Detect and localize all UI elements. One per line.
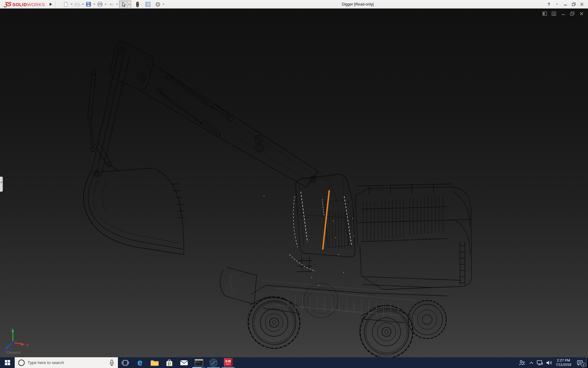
windows-taskbar: e: [0, 357, 588, 368]
command-prompt-button[interactable]: C:\_: [191, 357, 206, 368]
toolbar-separator: [55, 1, 55, 7]
undo-arrow-icon: [108, 2, 114, 7]
new-document-dropdown-caret-icon[interactable]: [70, 1, 73, 8]
taskbar-search: [15, 357, 118, 368]
show-hidden-icons-button[interactable]: [527, 357, 535, 368]
panel-list-button[interactable]: [551, 11, 557, 16]
action-center-button[interactable]: 2: [573, 357, 586, 368]
properties-list-icon: [145, 2, 151, 7]
edge-sparkles: [264, 196, 354, 286]
volume-button[interactable]: [545, 357, 554, 368]
triad-x-label: X: [26, 343, 28, 347]
select-tool-dropdown-caret-icon[interactable]: [127, 1, 131, 8]
file-explorer-icon: [150, 359, 159, 366]
traffic-light-icon: [136, 2, 139, 7]
store-icon: [165, 359, 173, 367]
view-orientation-label: *Dimetric: [5, 351, 21, 355]
hexagon-app-icon: [209, 358, 218, 367]
help-button[interactable]: ?: [546, 1, 552, 8]
save-button[interactable]: [85, 1, 92, 8]
quick-access-toolbar: [62, 0, 165, 9]
solidworks-2017-icon: SW 2017: [224, 358, 233, 367]
document-close-button[interactable]: [579, 11, 584, 16]
show-desktop-button[interactable]: [586, 357, 588, 368]
select-tool-split-button: [119, 1, 131, 8]
system-tray: 2:27 PM 7/11/2018 2: [516, 357, 588, 368]
file-explorer-button[interactable]: [147, 357, 162, 368]
notification-badge: 2: [581, 362, 586, 367]
task-view-button[interactable]: [118, 357, 133, 368]
graphics-area[interactable]: Y X Z *Dimetric: [0, 9, 588, 357]
save-dropdown-caret-icon[interactable]: [92, 1, 96, 8]
people-button[interactable]: [516, 357, 527, 368]
cortana-icon: [18, 359, 25, 366]
undercarriage-ghost-lines: [230, 272, 417, 318]
open-dropdown-caret-icon[interactable]: [81, 1, 85, 8]
solidworks-2017-button[interactable]: SW 2017: [221, 357, 236, 368]
excavator-wireframe-model: [0, 9, 588, 357]
volume-icon: [546, 360, 552, 366]
print-icon: [97, 2, 103, 7]
search-input[interactable]: [28, 360, 107, 365]
clock-time: 2:27 PM: [557, 358, 570, 363]
windows-logo-icon: [5, 360, 10, 365]
print-button[interactable]: [96, 1, 104, 8]
document-minimize-icon: [561, 11, 565, 16]
triad-z-label: Z: [3, 350, 5, 353]
triad-y-label: Y: [10, 328, 13, 331]
solidworks-window: ƷS SOLID WORKS: [0, 0, 588, 368]
hexagon-app-button[interactable]: [206, 357, 221, 368]
network-button[interactable]: [535, 357, 545, 368]
people-icon: [518, 360, 525, 366]
window-controls: ?: [546, 0, 585, 9]
network-icon: [537, 360, 543, 366]
undo-button[interactable]: [107, 1, 115, 8]
new-document-button[interactable]: [62, 1, 70, 8]
options-button[interactable]: [154, 1, 162, 8]
start-button[interactable]: [0, 357, 15, 368]
mail-icon: [180, 359, 188, 366]
help-icon: ?: [548, 2, 550, 7]
open-button[interactable]: [73, 1, 81, 8]
microsoft-edge-button[interactable]: e: [133, 357, 147, 368]
restore-icon: [572, 2, 576, 6]
document-restore-icon: [570, 11, 575, 16]
traffic-light-button[interactable]: [134, 1, 141, 8]
mail-button[interactable]: [177, 357, 191, 368]
document-minimize-button[interactable]: [560, 11, 566, 16]
select-cursor-icon: [121, 2, 126, 7]
panel-left-icon: [542, 11, 547, 16]
microphone-icon[interactable]: [109, 359, 115, 366]
selected-edge[interactable]: [323, 191, 329, 249]
chevron-up-icon: [529, 361, 533, 364]
command-prompt-icon: C:\_: [195, 359, 203, 366]
new-document-icon: [63, 2, 69, 7]
feature-manager-collapsed-tab[interactable]: [0, 177, 3, 192]
clock-date: 7/11/2018: [556, 363, 571, 367]
print-dropdown-caret-icon[interactable]: [104, 1, 107, 8]
properties-list-button[interactable]: [144, 1, 152, 8]
gear-icon: [155, 2, 161, 7]
taskbar-clock[interactable]: 2:27 PM 7/11/2018: [554, 357, 573, 368]
options-dropdown-caret-icon[interactable]: [162, 1, 165, 8]
document-restore-button[interactable]: [570, 11, 575, 16]
document-title: Digger [Read-only]: [342, 2, 374, 6]
panel-left-button[interactable]: [542, 11, 548, 16]
task-view-icon: [121, 360, 129, 366]
minimize-icon: [564, 2, 567, 6]
orientation-triad: Y X Z: [2, 327, 36, 354]
open-folder-icon: [74, 2, 80, 7]
document-window-controls: [542, 11, 584, 16]
title-bar: ƷS SOLID WORKS: [0, 0, 588, 9]
minimize-button[interactable]: [562, 1, 568, 8]
help-dropdown-caret-icon[interactable]: [554, 1, 560, 8]
document-close-icon: [579, 11, 584, 16]
restore-button[interactable]: [571, 1, 577, 8]
close-button[interactable]: [579, 1, 585, 8]
menu-flyout-arrow-icon[interactable]: [49, 2, 53, 6]
undo-dropdown-caret-icon[interactable]: [115, 1, 119, 8]
edge-icon: e: [138, 358, 142, 367]
microsoft-store-button[interactable]: [162, 357, 177, 368]
panel-list-icon: [552, 11, 556, 16]
select-tool-button[interactable]: [119, 1, 127, 8]
